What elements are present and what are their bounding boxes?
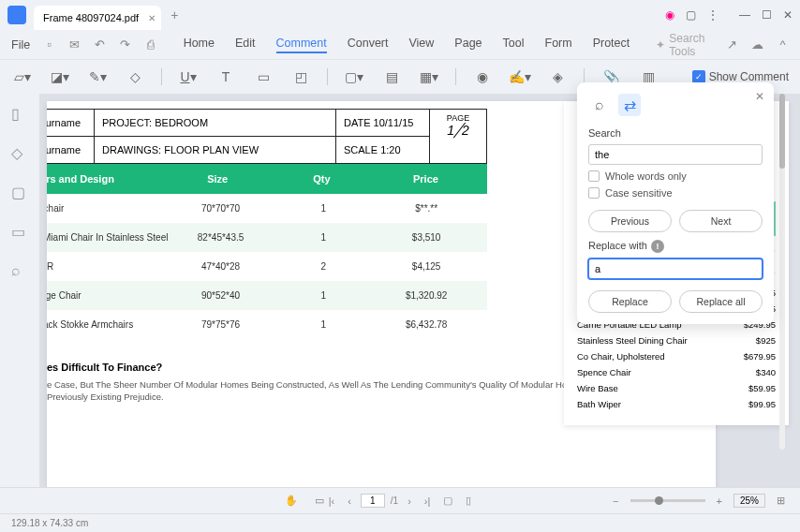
stamp-tool[interactable]: ◪▾ — [49, 66, 71, 88]
search-mode-icon[interactable]: ⌕ — [588, 94, 611, 116]
table-row: le Lounge Chair90*52*401$1,320.92 — [47, 281, 487, 310]
share-icon[interactable]: ↗ — [726, 37, 738, 52]
info-icon[interactable]: ! — [651, 240, 664, 253]
table-row: onic Black Stokke Armchairs79*75*761$6,4… — [47, 310, 487, 339]
measure-tool[interactable]: ▦▾ — [418, 66, 440, 88]
menu-edit[interactable]: Edit — [235, 37, 256, 53]
left-sidebar: ▯ ◇ ▢ ▭ ⌕ — [0, 94, 39, 513]
zoom-select[interactable]: 25% — [733, 494, 765, 508]
zoom-slider[interactable] — [630, 499, 705, 502]
menu-view[interactable]: View — [408, 37, 434, 53]
menu-tool[interactable]: Tool — [503, 37, 525, 53]
fit-width-icon[interactable]: ▯ — [462, 493, 475, 509]
attachments-icon[interactable]: ▭ — [11, 223, 28, 240]
statusbar: 129.18 x 74.33 cm — [0, 513, 800, 532]
collapse-icon[interactable]: ^ — [777, 37, 789, 52]
close-window-button[interactable]: ✕ — [783, 8, 793, 22]
maximize-button[interactable]: ☐ — [762, 8, 772, 22]
table-row: ounge chair70*70*701$**.** — [47, 194, 487, 223]
show-comment-toggle[interactable]: ✓ Show Comment — [692, 70, 789, 83]
prev-page-button[interactable]: ‹ — [344, 494, 355, 509]
note-tool[interactable]: ▱▾ — [11, 66, 34, 88]
replace-button[interactable]: Replace — [588, 290, 672, 313]
pager-bar: ✋ ▭ |‹ ‹ /1 › ›| ▢ ▯ − + 25% ⊞ — [0, 487, 800, 513]
case-sensitive-checkbox[interactable]: Case sensitive — [588, 187, 763, 199]
replace-input[interactable] — [588, 259, 763, 279]
coords: 129.18 x 74.33 cm — [11, 518, 88, 528]
page-input[interactable] — [361, 494, 385, 508]
zoom-in-button[interactable]: + — [713, 494, 726, 509]
comment-tool[interactable]: ▤ — [380, 66, 403, 88]
redo-icon[interactable]: ↷ — [119, 37, 131, 52]
menu-protect[interactable]: Protect — [593, 37, 630, 53]
search-label: Search — [588, 127, 763, 139]
list-item: Bath Wiper$99.95 — [577, 396, 776, 412]
table-row: l 1961 Miami Chair In Stainless Steel82*… — [47, 223, 487, 252]
search-replace-panel: ✕ ⌕ ⇄ Search Whole words only Case sensi… — [577, 82, 774, 324]
header-name: Name Surname — [47, 110, 95, 136]
menu-page[interactable]: Page — [454, 37, 481, 53]
document-tab[interactable]: Frame 48097024.pdf ✕ — [34, 6, 161, 30]
whole-words-checkbox[interactable]: Whole words only — [588, 170, 763, 182]
signature-tool[interactable]: ✍▾ — [509, 66, 531, 88]
scrollbar[interactable] — [779, 94, 785, 450]
table-row: N CHAIR47*40*282$4,125 — [47, 252, 487, 281]
search-tools-input[interactable]: ✦ Search Tools — [656, 32, 712, 58]
next-button[interactable]: Next — [679, 210, 763, 232]
cloud-icon[interactable]: ☁ — [751, 37, 763, 52]
select-tool-icon[interactable]: ▭ — [311, 493, 328, 509]
minimize-button[interactable]: — — [739, 8, 750, 22]
pencil-tool[interactable]: ✎▾ — [86, 66, 109, 88]
save-icon[interactable]: ▫ — [43, 37, 55, 52]
app-icon — [7, 6, 26, 24]
attach-tool[interactable]: ◈ — [546, 66, 569, 88]
previous-button[interactable]: Previous — [588, 210, 672, 232]
menu-home[interactable]: Home — [184, 37, 215, 53]
text-tool[interactable]: T — [215, 66, 237, 88]
bookmark-icon[interactable]: ◇ — [11, 144, 28, 161]
search-icon[interactable]: ⌕ — [11, 262, 28, 279]
menu-form[interactable]: Form — [545, 37, 572, 53]
callout-tool[interactable]: ◰ — [289, 66, 312, 88]
notif-icon[interactable]: ▢ — [686, 8, 696, 22]
comments-icon[interactable]: ▢ — [11, 184, 28, 200]
mail-icon[interactable]: ✉ — [68, 37, 81, 52]
list-item: Co Chair, Upholstered$679.95 — [577, 348, 776, 364]
gift-icon[interactable]: ◉ — [665, 8, 674, 22]
replace-with-label: Replace with! — [588, 240, 763, 253]
hand-tool-icon[interactable]: ✋ — [281, 493, 302, 509]
add-tab-button[interactable]: + — [170, 7, 178, 22]
close-icon[interactable]: ✕ — [148, 13, 156, 23]
search-input[interactable] — [588, 144, 763, 165]
list-item: Spence Chair$340 — [577, 364, 776, 380]
textbox-tool[interactable]: ▭ — [252, 66, 274, 88]
stamp-icon[interactable]: ◉ — [471, 66, 494, 88]
list-item: Stainless Steel Dining Chair$925 — [577, 332, 776, 348]
tab-title: Frame 48097024.pdf — [43, 12, 139, 23]
menu-convert[interactable]: Convert — [348, 37, 389, 53]
shape-tool[interactable]: ▢▾ — [343, 66, 365, 88]
next-page-button[interactable]: › — [404, 494, 415, 509]
fullscreen-icon[interactable]: ⊞ — [773, 493, 789, 509]
list-item: Wire Base$59.95 — [577, 380, 776, 396]
underline-tool[interactable]: U▾ — [177, 66, 200, 88]
fit-icon[interactable]: ▢ — [439, 493, 456, 509]
menubar: File ▫ ✉ ↶ ↷ ⎙ HomeEditCommentConvertVie… — [0, 30, 800, 60]
checkbox-icon: ✓ — [692, 70, 705, 83]
thumbnails-icon[interactable]: ▯ — [11, 105, 28, 122]
sparkle-icon: ✦ — [656, 38, 665, 52]
replace-mode-icon[interactable]: ⇄ — [618, 94, 641, 116]
print-icon[interactable]: ⎙ — [145, 37, 157, 52]
more-icon[interactable]: ⋮ — [707, 8, 719, 22]
zoom-out-button[interactable]: − — [609, 494, 622, 509]
menu-comment[interactable]: Comment — [276, 37, 327, 53]
close-panel-button[interactable]: ✕ — [755, 90, 764, 103]
table-header: ce Chairs and Design Size Qty Price — [47, 164, 487, 194]
last-page-button[interactable]: ›| — [421, 494, 435, 509]
replace-all-button[interactable]: Replace all — [679, 290, 763, 313]
eraser-tool[interactable]: ◇ — [124, 66, 146, 88]
undo-icon[interactable]: ↶ — [94, 37, 106, 52]
menu-file[interactable]: File — [11, 38, 30, 52]
titlebar: Frame 48097024.pdf ✕ + ◉ ▢ ⋮ — ☐ ✕ — [0, 0, 800, 30]
